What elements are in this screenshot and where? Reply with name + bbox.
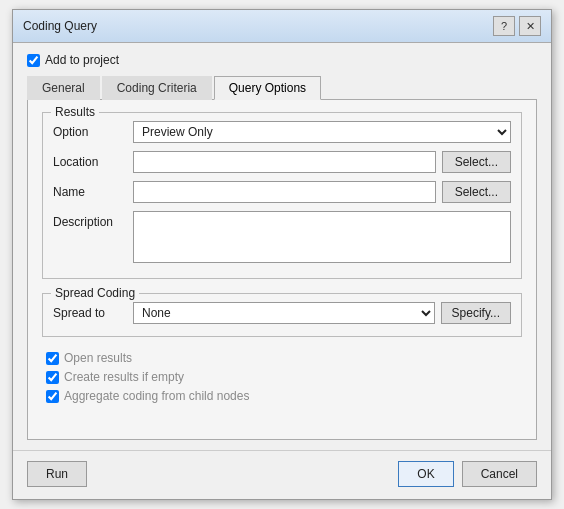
tab-general[interactable]: General xyxy=(27,76,100,100)
location-control xyxy=(133,151,436,173)
add-to-project-checkbox[interactable] xyxy=(27,54,40,67)
location-row: Location Select... xyxy=(53,151,511,173)
spread-coding-label: Spread Coding xyxy=(51,286,139,300)
open-results-checkbox[interactable] xyxy=(46,352,59,365)
description-input[interactable] xyxy=(133,211,511,263)
location-label: Location xyxy=(53,155,133,169)
aggregate-coding-row: Aggregate coding from child nodes xyxy=(46,389,522,403)
spread-to-select[interactable]: None Entire Item Paragraph Narrow Contex… xyxy=(133,302,435,324)
option-select[interactable]: Preview Only Create Results Create Resul… xyxy=(133,121,511,143)
name-input[interactable] xyxy=(133,181,436,203)
help-button[interactable]: ? xyxy=(493,16,515,36)
create-results-checkbox[interactable] xyxy=(46,371,59,384)
name-label: Name xyxy=(53,185,133,199)
ok-button[interactable]: OK xyxy=(398,461,453,487)
spread-to-row: Spread to None Entire Item Paragraph Nar… xyxy=(53,302,511,324)
option-row: Option Preview Only Create Results Creat… xyxy=(53,121,511,143)
create-results-row: Create results if empty xyxy=(46,370,522,384)
select-name-button[interactable]: Select... xyxy=(442,181,511,203)
name-control xyxy=(133,181,436,203)
tab-query-options[interactable]: Query Options xyxy=(214,76,321,100)
aggregate-coding-checkbox[interactable] xyxy=(46,390,59,403)
create-results-label: Create results if empty xyxy=(64,370,184,384)
aggregate-coding-label: Aggregate coding from child nodes xyxy=(64,389,249,403)
run-button[interactable]: Run xyxy=(27,461,87,487)
dialog-body: Add to project General Coding Criteria Q… xyxy=(13,43,551,450)
specify-button[interactable]: Specify... xyxy=(441,302,511,324)
option-label: Option xyxy=(53,125,133,139)
bottom-bar: Run OK Cancel xyxy=(13,450,551,499)
results-group: Results Option Preview Only Create Resul… xyxy=(42,112,522,279)
title-bar: Coding Query ? ✕ xyxy=(13,10,551,43)
tab-coding-criteria[interactable]: Coding Criteria xyxy=(102,76,212,100)
results-group-label: Results xyxy=(51,105,99,119)
description-row: Description xyxy=(53,211,511,266)
close-button[interactable]: ✕ xyxy=(519,16,541,36)
description-control xyxy=(133,211,511,266)
name-row: Name Select... xyxy=(53,181,511,203)
description-label: Description xyxy=(53,211,133,229)
select-location-button[interactable]: Select... xyxy=(442,151,511,173)
cancel-button[interactable]: Cancel xyxy=(462,461,537,487)
open-results-label: Open results xyxy=(64,351,132,365)
coding-query-dialog: Coding Query ? ✕ Add to project General … xyxy=(12,9,552,500)
option-control: Preview Only Create Results Create Resul… xyxy=(133,121,511,143)
location-input[interactable] xyxy=(133,151,436,173)
tab-bar: General Coding Criteria Query Options xyxy=(27,75,537,100)
options-checkboxes: Open results Create results if empty Agg… xyxy=(42,351,522,403)
add-to-project-label: Add to project xyxy=(45,53,119,67)
add-to-project-row: Add to project xyxy=(27,53,537,67)
query-options-content: Results Option Preview Only Create Resul… xyxy=(27,100,537,440)
open-results-row: Open results xyxy=(46,351,522,365)
spread-to-label: Spread to xyxy=(53,306,133,320)
spread-to-control: None Entire Item Paragraph Narrow Contex… xyxy=(133,302,435,324)
dialog-title: Coding Query xyxy=(23,19,97,33)
spread-coding-group: Spread Coding Spread to None Entire Item… xyxy=(42,293,522,337)
